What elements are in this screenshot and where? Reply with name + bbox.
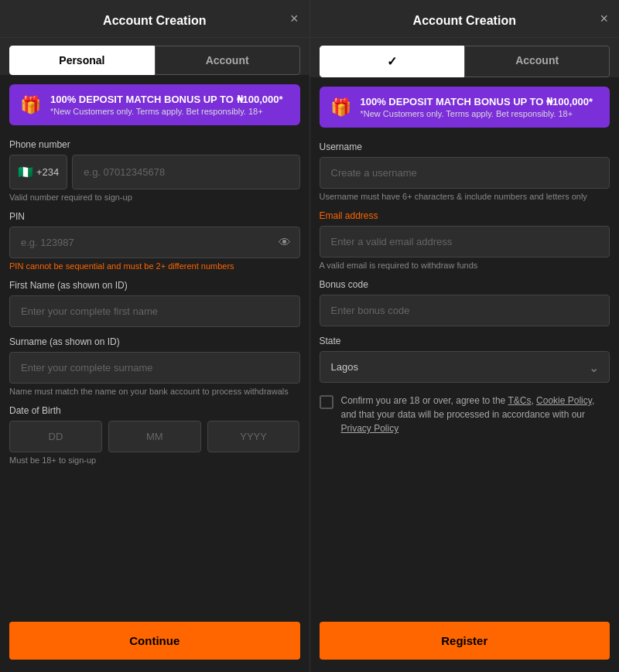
bonus-main-left: 100% DEPOSIT MATCH BONUS UP TO ₦100,000* <box>50 94 283 105</box>
right-panel: Account Creation × ✓ Account 🎁 100% DEPO… <box>310 0 620 672</box>
terms-checkbox[interactable] <box>320 395 333 409</box>
bonus-main-right: 100% DEPOSIT MATCH BONUS UP TO ₦100,000* <box>361 96 593 107</box>
state-wrapper: Lagos Abuja Kano Rivers Oyo ⌄ <box>320 351 610 383</box>
bonus-code-label: Bonus code <box>320 279 610 290</box>
terms-row: Confirm you are 18 or over, agree to the… <box>320 394 610 442</box>
phone-label: Phone number <box>9 139 300 150</box>
dob-month-input[interactable] <box>108 421 201 452</box>
cookie-policy-link[interactable]: Cookie Policy <box>536 395 592 406</box>
email-label: Email address <box>320 210 610 221</box>
state-label: State <box>320 336 610 346</box>
left-footer: Continue <box>0 614 310 672</box>
tnc-link[interactable]: T&Cs <box>508 395 531 406</box>
privacy-policy-link[interactable]: Privacy Policy <box>341 423 399 434</box>
dob-label: Date of Birth <box>9 405 300 416</box>
pin-hint: PIN cannot be sequential and must be 2+ … <box>9 261 300 271</box>
left-close-button[interactable]: × <box>290 12 299 26</box>
right-title: Account Creation <box>413 14 516 28</box>
left-bonus-banner: 🎁 100% DEPOSIT MATCH BONUS UP TO ₦100,00… <box>9 84 300 125</box>
bonus-code-input[interactable] <box>320 295 610 326</box>
phone-input[interactable] <box>72 155 299 189</box>
surname-hint: Name must match the name on your bank ac… <box>9 387 300 396</box>
flag-icon: 🇳🇬 <box>18 165 33 179</box>
tab-check[interactable]: ✓ <box>320 46 465 77</box>
firstname-input[interactable] <box>9 295 300 327</box>
left-tabs: Personal Account <box>0 38 310 75</box>
left-header: Account Creation × <box>0 0 310 38</box>
terms-text: Confirm you are 18 or over, agree to the… <box>341 394 610 435</box>
right-form: Username Username must have 6+ character… <box>310 134 620 614</box>
dob-year-input[interactable] <box>207 421 300 452</box>
right-footer: Register <box>310 614 620 672</box>
dob-row <box>9 421 300 452</box>
left-panel: Account Creation × Personal Account 🎁 10… <box>0 0 310 672</box>
dob-hint: Must be 18+ to sign-up <box>9 455 300 465</box>
register-button[interactable]: Register <box>320 622 610 660</box>
pin-row: 👁 <box>9 227 300 258</box>
bonus-icon-right: 🎁 <box>330 97 351 118</box>
phone-hint: Valid number required to sign-up <box>9 193 300 202</box>
tab-account-left[interactable]: Account <box>155 46 300 75</box>
continue-button[interactable]: Continue <box>9 622 300 660</box>
surname-label: Surname (as shown on ID) <box>9 336 300 347</box>
pin-input[interactable] <box>9 227 300 258</box>
dob-day-input[interactable] <box>9 421 102 452</box>
tab-account-right[interactable]: Account <box>464 46 610 77</box>
right-tabs: ✓ Account <box>310 38 620 77</box>
phone-row: 🇳🇬 +234 <box>9 155 300 189</box>
username-input[interactable] <box>320 157 610 189</box>
pin-label: PIN <box>9 211 300 222</box>
email-hint: A valid email is required to withdraw fu… <box>320 261 610 270</box>
bonus-icon-left: 🎁 <box>20 95 41 115</box>
bonus-sub-left: *New Customers only. Terms apply. Bet re… <box>50 107 283 116</box>
right-header: Account Creation × <box>310 0 620 38</box>
username-hint: Username must have 6+ characters & inclu… <box>320 192 610 201</box>
eye-icon[interactable]: 👁 <box>279 236 291 250</box>
phone-prefix: 🇳🇬 +234 <box>9 155 67 189</box>
right-close-button[interactable]: × <box>600 12 608 26</box>
state-select[interactable]: Lagos Abuja Kano Rivers Oyo <box>320 351 610 383</box>
right-bonus-banner: 🎁 100% DEPOSIT MATCH BONUS UP TO ₦100,00… <box>320 87 610 128</box>
username-label: Username <box>320 142 610 152</box>
bonus-sub-right: *New Customers only. Terms apply. Bet re… <box>361 109 593 118</box>
surname-input[interactable] <box>9 352 300 384</box>
left-form: Phone number 🇳🇬 +234 Valid number requir… <box>0 131 310 614</box>
phone-code: +234 <box>36 166 59 178</box>
left-title: Account Creation <box>103 14 206 28</box>
tab-personal[interactable]: Personal <box>9 46 155 75</box>
firstname-label: First Name (as shown on ID) <box>9 280 300 291</box>
email-input[interactable] <box>320 226 610 258</box>
